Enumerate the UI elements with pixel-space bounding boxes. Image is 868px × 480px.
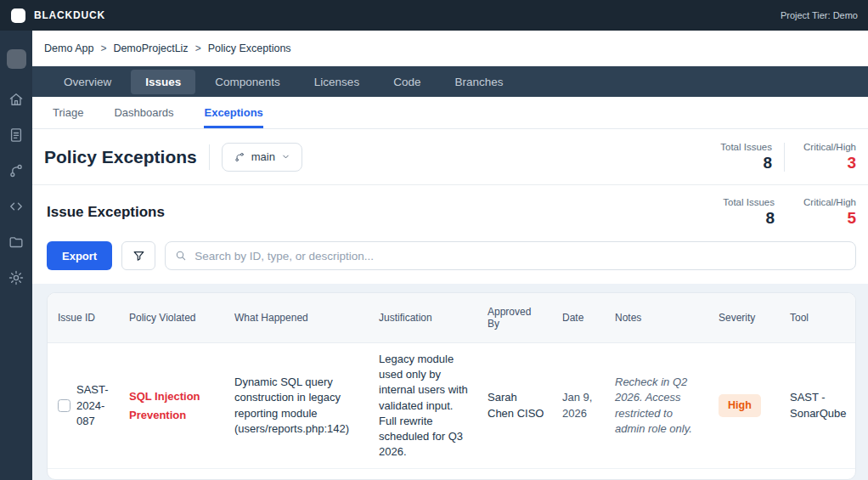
column-header-tool: Tool [781,293,855,342]
project-tier-label: Project Tier: Demo [781,10,858,20]
chevron-down-icon [281,152,290,161]
git-branch-icon [234,151,245,163]
column-header-approved-by: Approved By [479,293,554,342]
tab-overview[interactable]: Overview [49,70,126,94]
main-tab-bar: Overview Issues Components Licenses Code… [32,66,868,97]
total-issues-value: 8 [763,154,772,172]
folder-icon[interactable] [6,232,26,252]
breadcrumb-item-project[interactable]: DemoProjectLiz [113,42,188,54]
column-header-policy-violated: Policy Violated [121,293,226,342]
app-switcher-icon[interactable] [7,49,26,69]
home-icon[interactable] [6,89,26,110]
policy-violated: SQL Injection Prevention [129,387,217,425]
export-button[interactable]: Export [47,241,112,270]
total-issues-value: 8 [765,209,775,228]
branch-name: main [251,150,275,163]
approved-by: Sarah Chen CISO [479,343,554,468]
total-issues-label: Total Issues [723,197,775,207]
total-issues-label: Total Issues [720,142,772,152]
document-icon[interactable] [6,125,26,145]
section-title: Issue Exceptions [47,197,165,221]
column-header-severity: Severity [710,293,781,342]
app-window: BLACKDUCK Project Tier: Demo [0,0,868,480]
top-bar: BLACKDUCK Project Tier: Demo [0,0,868,31]
severity-badge: High [719,394,761,418]
table-header-row: Issue ID Policy Violated What Happened J… [48,293,855,343]
search-icon [174,249,188,263]
subtab-dashboards[interactable]: Dashboards [114,97,173,128]
table-zone: Issue ID Policy Violated What Happened J… [32,284,868,480]
search-input[interactable] [194,250,847,263]
section-stats: Total Issues 8 Critical/High 5 [715,197,856,228]
breadcrumb-item-demo-app[interactable]: Demo App [44,42,93,54]
sub-tab-bar: Triage Dashboards Exceptions [32,97,868,129]
breadcrumb: Demo App > DemoProjectLiz > Policy Excep… [32,31,868,66]
brand-name: BLACKDUCK [34,9,105,21]
issue-exceptions-section: Issue Exceptions Total Issues 8 Critical… [32,185,868,284]
subtab-triage[interactable]: Triage [53,97,83,128]
what-happened: Dynamic SQL query construction in legacy… [226,343,370,468]
code-icon[interactable] [6,196,26,217]
critical-high-label: Critical/High [803,197,856,207]
breadcrumb-separator: > [100,42,106,54]
page-header: Policy Exceptions main Total Issues 8 Cr… [32,129,868,185]
table-row: Service runs in [48,469,855,480]
justification: Service runs in [370,469,479,480]
branch-selector[interactable]: main [222,143,302,172]
filter-button[interactable] [121,241,155,270]
justification: Legacy module used only by internal user… [370,343,479,468]
tool: SAST - SonarQube [781,343,855,468]
critical-high-value: 3 [847,154,856,172]
date: Jan 9, 2026 [554,343,606,468]
blackduck-logo-icon [11,8,25,23]
critical-high-label: Critical/High [803,142,856,152]
exceptions-table: Issue ID Policy Violated What Happened J… [47,292,856,480]
table-row: SAST-2024-087 SQL Injection Prevention D… [48,343,855,469]
tab-issues[interactable]: Issues [131,70,195,94]
column-header-what-happened: What Happened [226,293,370,342]
breadcrumb-separator: > [195,42,201,54]
subtab-exceptions[interactable]: Exceptions [204,97,262,128]
column-header-notes: Notes [606,293,710,342]
git-branch-icon[interactable] [6,161,26,181]
column-header-issue-id: Issue ID [48,293,121,342]
column-header-justification: Justification [370,293,479,342]
row-checkbox[interactable] [58,399,70,412]
notes: Recheck in Q2 2026. Access restricted to… [606,343,710,468]
left-sidebar [0,31,32,480]
column-header-date: Date [554,293,606,342]
divider [209,144,210,170]
tab-code[interactable]: Code [379,70,435,94]
tab-licenses[interactable]: Licenses [300,70,374,94]
settings-gear-icon[interactable] [6,268,26,288]
filter-funnel-icon [132,249,146,263]
search-box [165,241,856,270]
divider [784,143,785,172]
issue-id: SAST-2024-087 [76,382,112,429]
page-header-stats: Total Issues 8 Critical/High 3 [713,142,856,172]
tab-components[interactable]: Components [200,70,295,94]
toolbar: Export [47,241,856,270]
page-title: Policy Exceptions [44,147,197,167]
breadcrumb-item-policy-exceptions: Policy Exceptions [208,42,291,54]
tab-branches[interactable]: Branches [440,70,517,94]
critical-high-value: 5 [847,209,856,228]
